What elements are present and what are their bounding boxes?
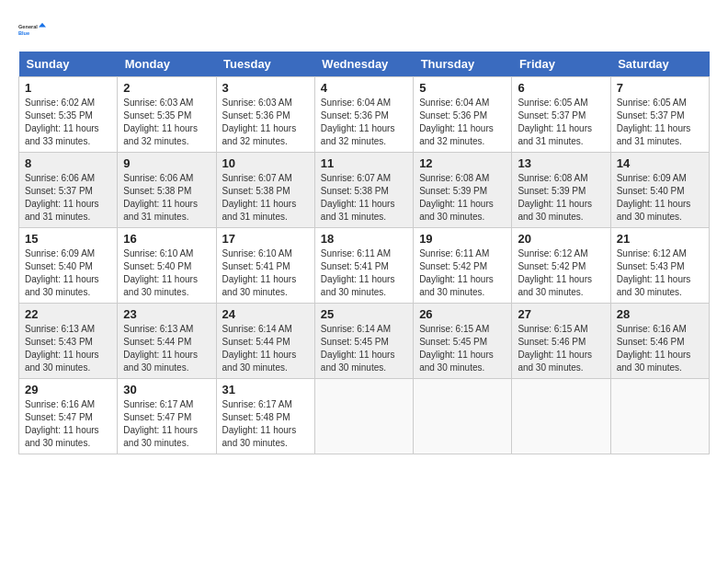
day-info: Sunrise: 6:06 AM Sunset: 5:38 PM Dayligh… bbox=[123, 172, 210, 224]
week-row-5: 29Sunrise: 6:16 AM Sunset: 5:47 PM Dayli… bbox=[19, 379, 710, 454]
calendar-cell: 9Sunrise: 6:06 AM Sunset: 5:38 PM Daylig… bbox=[118, 153, 216, 228]
day-info: Sunrise: 6:02 AM Sunset: 5:35 PM Dayligh… bbox=[25, 97, 111, 148]
day-info: Sunrise: 6:05 AM Sunset: 5:37 PM Dayligh… bbox=[617, 97, 703, 148]
header: GeneralBlue bbox=[18, 15, 710, 44]
day-number: 25 bbox=[321, 307, 407, 321]
calendar-cell: 31Sunrise: 6:17 AM Sunset: 5:48 PM Dayli… bbox=[216, 379, 314, 454]
calendar-cell: 16Sunrise: 6:10 AM Sunset: 5:40 PM Dayli… bbox=[118, 228, 216, 304]
calendar-cell: 14Sunrise: 6:09 AM Sunset: 5:40 PM Dayli… bbox=[610, 153, 709, 228]
day-number: 2 bbox=[123, 81, 210, 95]
day-info: Sunrise: 6:05 AM Sunset: 5:37 PM Dayligh… bbox=[518, 97, 604, 148]
day-number: 1 bbox=[25, 81, 111, 95]
day-number: 26 bbox=[419, 307, 506, 321]
day-number: 10 bbox=[222, 156, 309, 170]
day-info: Sunrise: 6:09 AM Sunset: 5:40 PM Dayligh… bbox=[25, 247, 111, 299]
svg-text:Blue: Blue bbox=[18, 30, 29, 36]
day-number: 12 bbox=[419, 156, 506, 170]
calendar-cell: 8Sunrise: 6:06 AM Sunset: 5:37 PM Daylig… bbox=[19, 153, 118, 228]
day-info: Sunrise: 6:15 AM Sunset: 5:45 PM Dayligh… bbox=[419, 323, 506, 374]
day-info: Sunrise: 6:13 AM Sunset: 5:44 PM Dayligh… bbox=[123, 323, 210, 374]
calendar-cell: 24Sunrise: 6:14 AM Sunset: 5:44 PM Dayli… bbox=[216, 304, 314, 379]
calendar-cell: 30Sunrise: 6:17 AM Sunset: 5:47 PM Dayli… bbox=[118, 379, 216, 454]
day-info: Sunrise: 6:12 AM Sunset: 5:43 PM Dayligh… bbox=[617, 247, 703, 299]
col-header-wednesday: Wednesday bbox=[314, 52, 413, 77]
calendar-cell: 17Sunrise: 6:10 AM Sunset: 5:41 PM Dayli… bbox=[216, 228, 314, 304]
calendar-cell: 21Sunrise: 6:12 AM Sunset: 5:43 PM Dayli… bbox=[610, 228, 709, 304]
calendar-cell: 3Sunrise: 6:03 AM Sunset: 5:36 PM Daylig… bbox=[216, 77, 314, 153]
day-info: Sunrise: 6:10 AM Sunset: 5:41 PM Dayligh… bbox=[222, 247, 309, 299]
calendar-cell: 15Sunrise: 6:09 AM Sunset: 5:40 PM Dayli… bbox=[19, 228, 118, 304]
day-number: 11 bbox=[321, 156, 407, 170]
calendar-cell: 11Sunrise: 6:07 AM Sunset: 5:38 PM Dayli… bbox=[314, 153, 413, 228]
week-row-3: 15Sunrise: 6:09 AM Sunset: 5:40 PM Dayli… bbox=[19, 228, 710, 304]
day-number: 13 bbox=[518, 156, 604, 170]
calendar-cell: 23Sunrise: 6:13 AM Sunset: 5:44 PM Dayli… bbox=[118, 304, 216, 379]
day-info: Sunrise: 6:11 AM Sunset: 5:42 PM Dayligh… bbox=[419, 247, 506, 299]
day-number: 27 bbox=[518, 307, 604, 321]
calendar-cell: 10Sunrise: 6:07 AM Sunset: 5:38 PM Dayli… bbox=[216, 153, 314, 228]
svg-text:General: General bbox=[18, 24, 38, 29]
day-info: Sunrise: 6:08 AM Sunset: 5:39 PM Dayligh… bbox=[518, 172, 604, 224]
col-header-tuesday: Tuesday bbox=[216, 52, 314, 77]
day-number: 6 bbox=[518, 81, 604, 95]
day-info: Sunrise: 6:10 AM Sunset: 5:40 PM Dayligh… bbox=[123, 247, 210, 299]
col-header-sunday: Sunday bbox=[19, 52, 118, 77]
calendar-cell: 29Sunrise: 6:16 AM Sunset: 5:47 PM Dayli… bbox=[19, 379, 118, 454]
day-info: Sunrise: 6:04 AM Sunset: 5:36 PM Dayligh… bbox=[419, 97, 506, 148]
calendar-cell bbox=[414, 379, 512, 454]
day-info: Sunrise: 6:12 AM Sunset: 5:42 PM Dayligh… bbox=[518, 247, 604, 299]
col-header-saturday: Saturday bbox=[610, 52, 709, 77]
day-info: Sunrise: 6:06 AM Sunset: 5:37 PM Dayligh… bbox=[25, 172, 111, 224]
day-number: 19 bbox=[419, 232, 506, 246]
week-row-1: 1Sunrise: 6:02 AM Sunset: 5:35 PM Daylig… bbox=[19, 77, 710, 153]
calendar-cell: 13Sunrise: 6:08 AM Sunset: 5:39 PM Dayli… bbox=[512, 153, 610, 228]
day-info: Sunrise: 6:16 AM Sunset: 5:47 PM Dayligh… bbox=[25, 398, 111, 450]
calendar-cell: 20Sunrise: 6:12 AM Sunset: 5:42 PM Dayli… bbox=[512, 228, 610, 304]
calendar-cell: 22Sunrise: 6:13 AM Sunset: 5:43 PM Dayli… bbox=[19, 304, 118, 379]
day-number: 31 bbox=[222, 383, 309, 396]
day-number: 20 bbox=[518, 232, 604, 246]
calendar-cell: 27Sunrise: 6:15 AM Sunset: 5:46 PM Dayli… bbox=[512, 304, 610, 379]
day-number: 9 bbox=[123, 156, 210, 170]
day-info: Sunrise: 6:07 AM Sunset: 5:38 PM Dayligh… bbox=[321, 172, 407, 224]
day-number: 17 bbox=[222, 232, 309, 246]
logo-icon: GeneralBlue bbox=[18, 15, 48, 44]
day-info: Sunrise: 6:11 AM Sunset: 5:41 PM Dayligh… bbox=[321, 247, 407, 299]
day-number: 14 bbox=[617, 156, 703, 170]
calendar-cell bbox=[512, 379, 610, 454]
day-number: 16 bbox=[123, 232, 210, 246]
calendar-cell: 18Sunrise: 6:11 AM Sunset: 5:41 PM Dayli… bbox=[314, 228, 413, 304]
day-info: Sunrise: 6:13 AM Sunset: 5:43 PM Dayligh… bbox=[25, 323, 111, 374]
calendar-cell bbox=[610, 379, 709, 454]
day-info: Sunrise: 6:03 AM Sunset: 5:35 PM Dayligh… bbox=[123, 97, 210, 148]
svg-marker-2 bbox=[39, 23, 46, 28]
calendar-cell: 4Sunrise: 6:04 AM Sunset: 5:36 PM Daylig… bbox=[314, 77, 413, 153]
day-info: Sunrise: 6:16 AM Sunset: 5:46 PM Dayligh… bbox=[617, 323, 703, 374]
day-info: Sunrise: 6:09 AM Sunset: 5:40 PM Dayligh… bbox=[617, 172, 703, 224]
day-number: 5 bbox=[419, 81, 506, 95]
day-number: 7 bbox=[617, 81, 703, 95]
calendar-cell: 6Sunrise: 6:05 AM Sunset: 5:37 PM Daylig… bbox=[512, 77, 610, 153]
calendar-cell: 1Sunrise: 6:02 AM Sunset: 5:35 PM Daylig… bbox=[19, 77, 118, 153]
col-header-monday: Monday bbox=[118, 52, 216, 77]
day-number: 21 bbox=[617, 232, 703, 246]
day-number: 29 bbox=[25, 383, 111, 396]
col-header-thursday: Thursday bbox=[414, 52, 512, 77]
day-number: 24 bbox=[222, 307, 309, 321]
calendar-cell: 28Sunrise: 6:16 AM Sunset: 5:46 PM Dayli… bbox=[610, 304, 709, 379]
day-info: Sunrise: 6:07 AM Sunset: 5:38 PM Dayligh… bbox=[222, 172, 309, 224]
day-info: Sunrise: 6:04 AM Sunset: 5:36 PM Dayligh… bbox=[321, 97, 407, 148]
calendar-cell: 19Sunrise: 6:11 AM Sunset: 5:42 PM Dayli… bbox=[414, 228, 512, 304]
day-number: 22 bbox=[25, 307, 111, 321]
day-number: 4 bbox=[321, 81, 407, 95]
day-number: 28 bbox=[617, 307, 703, 321]
week-row-2: 8Sunrise: 6:06 AM Sunset: 5:37 PM Daylig… bbox=[19, 153, 710, 228]
calendar-cell: 26Sunrise: 6:15 AM Sunset: 5:45 PM Dayli… bbox=[414, 304, 512, 379]
day-info: Sunrise: 6:08 AM Sunset: 5:39 PM Dayligh… bbox=[419, 172, 506, 224]
calendar-cell: 7Sunrise: 6:05 AM Sunset: 5:37 PM Daylig… bbox=[610, 77, 709, 153]
calendar-table: SundayMondayTuesdayWednesdayThursdayFrid… bbox=[18, 52, 710, 454]
day-info: Sunrise: 6:14 AM Sunset: 5:44 PM Dayligh… bbox=[222, 323, 309, 374]
calendar-cell: 12Sunrise: 6:08 AM Sunset: 5:39 PM Dayli… bbox=[414, 153, 512, 228]
day-info: Sunrise: 6:14 AM Sunset: 5:45 PM Dayligh… bbox=[321, 323, 407, 374]
day-info: Sunrise: 6:17 AM Sunset: 5:47 PM Dayligh… bbox=[123, 398, 210, 450]
